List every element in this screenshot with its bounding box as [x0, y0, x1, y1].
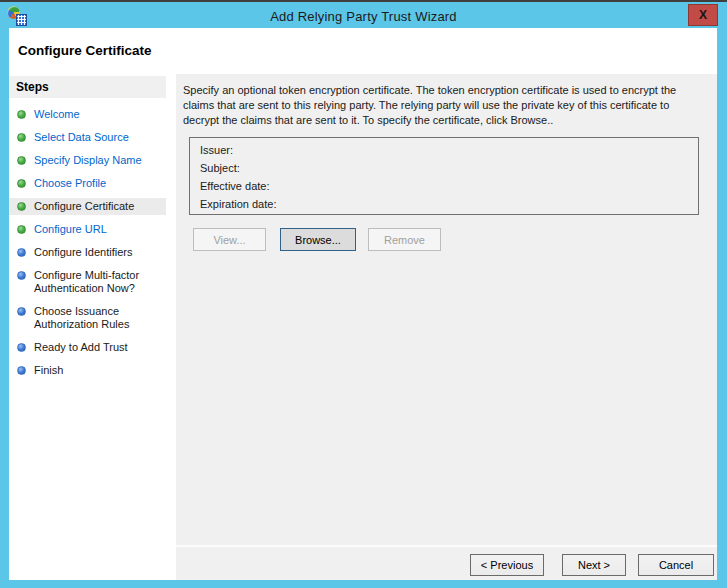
green-dot-icon: [17, 179, 26, 188]
step-item: Configure Identifiers: [9, 244, 166, 261]
step-item[interactable]: Specify Display Name: [9, 152, 166, 169]
blue-dot-icon: [17, 343, 26, 352]
certificate-field-row: Issuer:: [190, 141, 698, 159]
close-button[interactable]: X: [688, 4, 718, 26]
wizard-window: Add Relying Party Trust Wizard X Configu…: [0, 0, 727, 588]
titlebar[interactable]: Add Relying Party Trust Wizard X: [0, 4, 727, 28]
certificate-field-label: Expiration date:: [200, 198, 276, 210]
page-header: Configure Certificate: [9, 28, 717, 74]
window-body: Configure Certificate Steps WelcomeSelec…: [9, 28, 717, 580]
next-button[interactable]: Next >: [562, 554, 626, 576]
green-dot-icon: [17, 202, 26, 211]
certificate-field-label: Effective date:: [200, 180, 270, 192]
green-dot-icon: [17, 133, 26, 142]
page-title: Configure Certificate: [9, 28, 717, 58]
certificate-field-row: Effective date:: [190, 177, 698, 195]
certificate-details-box: Issuer:Subject:Effective date:Expiration…: [189, 137, 699, 215]
step-label: Configure Certificate: [34, 200, 134, 213]
step-label: Configure Multi-factor Authentication No…: [34, 269, 139, 295]
step-label: Configure URL: [34, 223, 107, 236]
blue-dot-icon: [17, 366, 26, 375]
step-item: Configure Multi-factor Authentication No…: [9, 267, 166, 297]
window-title: Add Relying Party Trust Wizard: [270, 9, 457, 24]
view-button[interactable]: View...: [193, 228, 266, 251]
content-area: Steps WelcomeSelect Data SourceSpecify D…: [9, 74, 717, 580]
step-label: Configure Identifiers: [34, 246, 132, 259]
green-dot-icon: [17, 110, 26, 119]
step-item: Ready to Add Trust: [9, 339, 166, 356]
certificate-field-row: Subject:: [190, 159, 698, 177]
previous-button[interactable]: < Previous: [470, 554, 544, 576]
close-icon: X: [699, 9, 707, 21]
instruction-text: Specify an optional token encryption cer…: [183, 83, 707, 128]
step-item: Choose Issuance Authorization Rules: [9, 303, 166, 333]
step-label: Specify Display Name: [34, 154, 142, 167]
step-item: Finish: [9, 362, 166, 379]
browse-button[interactable]: Browse...: [280, 228, 356, 251]
green-dot-icon: [17, 156, 26, 165]
step-item[interactable]: Select Data Source: [9, 129, 166, 146]
cancel-button[interactable]: Cancel: [638, 554, 714, 576]
main-panel: Specify an optional token encryption cer…: [176, 74, 717, 580]
blue-dot-icon: [17, 271, 26, 280]
step-label: Select Data Source: [34, 131, 129, 144]
step-label: Welcome: [34, 108, 80, 121]
green-dot-icon: [17, 225, 26, 234]
steps-sidebar: Steps WelcomeSelect Data SourceSpecify D…: [9, 74, 166, 580]
step-label: Ready to Add Trust: [34, 341, 128, 354]
step-item: Configure Certificate: [9, 198, 166, 215]
step-item[interactable]: Configure URL: [9, 221, 166, 238]
certificate-field-row: Expiration date:: [190, 195, 698, 213]
step-item[interactable]: Choose Profile: [9, 175, 166, 192]
steps-header: Steps: [9, 76, 166, 98]
blue-dot-icon: [17, 307, 26, 316]
grid-icon: [16, 14, 27, 26]
certificate-field-label: Issuer:: [200, 144, 233, 156]
remove-button[interactable]: Remove: [368, 228, 441, 251]
step-label: Finish: [34, 364, 63, 377]
step-label: Choose Issuance Authorization Rules: [34, 305, 129, 331]
steps-list: WelcomeSelect Data SourceSpecify Display…: [9, 106, 166, 379]
step-item[interactable]: Welcome: [9, 106, 166, 123]
wizard-footer: < Previous Next > Cancel: [176, 545, 717, 580]
blue-dot-icon: [17, 248, 26, 257]
certificate-field-label: Subject:: [200, 162, 240, 174]
step-label: Choose Profile: [34, 177, 106, 190]
adfs-app-icon: [7, 6, 28, 26]
